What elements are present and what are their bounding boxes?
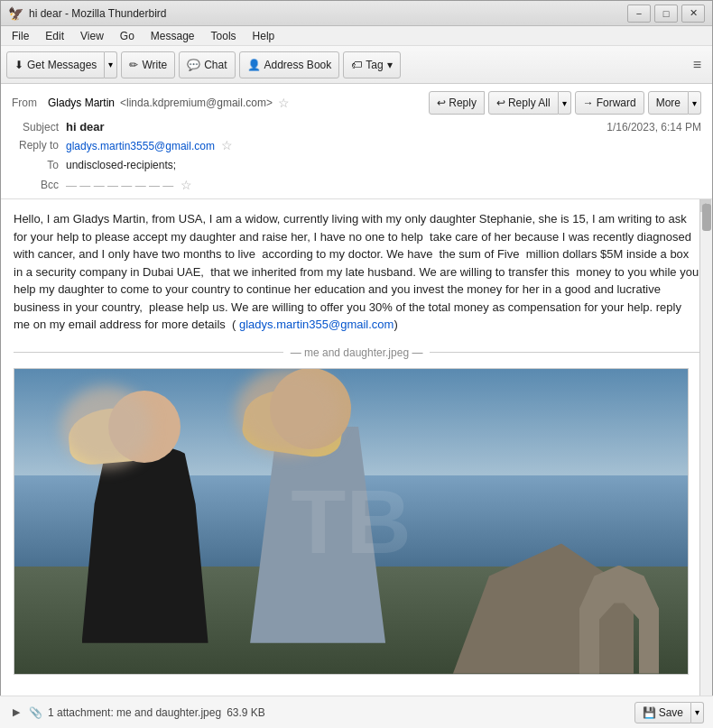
img-face-blur2 bbox=[236, 368, 340, 454]
minimize-button[interactable]: − bbox=[627, 5, 651, 23]
address-book-label: Address Book bbox=[264, 59, 332, 71]
subject-row: Subject hi dear 1/16/2023, 6:14 PM bbox=[1, 118, 712, 135]
get-messages-button[interactable]: ⬇ Get Messages bbox=[6, 51, 105, 78]
tag-dropdown-icon: ▾ bbox=[387, 59, 393, 71]
to-row: To undisclosed-recipients; bbox=[1, 155, 712, 175]
img-person1-body bbox=[82, 445, 208, 643]
save-icon: 💾 bbox=[643, 706, 656, 719]
reply-all-label: Reply All bbox=[508, 97, 551, 109]
bcc-value: — — — — — — — — ☆ bbox=[66, 178, 701, 192]
expand-arrow-icon[interactable]: ▶ bbox=[9, 705, 23, 720]
get-messages-label: Get Messages bbox=[27, 59, 97, 71]
from-star-icon[interactable]: ☆ bbox=[278, 96, 290, 110]
window-title: hi dear - Mozilla Thunderbird bbox=[29, 7, 167, 20]
write-button[interactable]: ✏ Write bbox=[121, 51, 175, 78]
reply-button[interactable]: ↩ Reply bbox=[429, 91, 485, 115]
tag-button[interactable]: 🏷 Tag ▾ bbox=[343, 51, 400, 78]
email-body-link[interactable]: gladys.martin355@gmail.com bbox=[239, 318, 394, 331]
attachment-bar: ▶ 📎 1 attachment: me and daughter.jpeg 6… bbox=[0, 696, 713, 728]
more-dropdown-button[interactable]: ▾ bbox=[689, 91, 701, 115]
subject-label: Subject bbox=[12, 121, 66, 134]
bcc-row: Bcc — — — — — — — — ☆ bbox=[1, 175, 712, 195]
email-body[interactable]: Hello, I am Gladys Martin, from USA, I a… bbox=[1, 199, 712, 728]
save-button[interactable]: 💾 Save bbox=[634, 702, 691, 723]
menu-go[interactable]: Go bbox=[113, 28, 142, 44]
attachment-count-text: 1 attachment: me and daughter.jpeg bbox=[48, 706, 221, 719]
menu-message[interactable]: Message bbox=[144, 28, 202, 44]
attachment-size-text: 63.9 KB bbox=[227, 706, 265, 719]
img-face-blur1 bbox=[61, 386, 152, 467]
close-button[interactable]: ✕ bbox=[681, 5, 705, 23]
bcc-star-icon[interactable]: ☆ bbox=[181, 178, 192, 192]
reply-to-email-link[interactable]: gladys.martin3555@gmail.com bbox=[66, 140, 215, 152]
forward-icon: → bbox=[583, 97, 594, 109]
reply-to-star-icon[interactable]: ☆ bbox=[221, 138, 233, 152]
chat-button[interactable]: 💬 Chat bbox=[179, 51, 235, 78]
menu-view[interactable]: View bbox=[73, 28, 111, 44]
titlebar: 🦅 hi dear - Mozilla Thunderbird − □ ✕ bbox=[1, 1, 712, 26]
reply-to-row: Reply to gladys.martin3555@gmail.com ☆ bbox=[1, 135, 712, 155]
app-icon: 🦅 bbox=[8, 6, 23, 21]
email-attachment-image[interactable]: TB bbox=[14, 368, 689, 675]
write-icon: ✏ bbox=[129, 59, 138, 71]
maximize-button[interactable]: □ bbox=[654, 5, 678, 23]
address-book-button[interactable]: 👤 Address Book bbox=[239, 51, 340, 78]
tag-label: Tag bbox=[366, 59, 383, 71]
from-label: From bbox=[12, 97, 42, 109]
email-header: From Gladys Martin <linda.kdpremium@gmai… bbox=[1, 84, 712, 199]
to-label: To bbox=[12, 159, 66, 171]
reply-all-icon: ↩ bbox=[496, 97, 505, 109]
reply-to-label: Reply to bbox=[12, 139, 66, 152]
forward-button[interactable]: → Forward bbox=[575, 91, 644, 115]
reply-all-button[interactable]: ↩ Reply All bbox=[488, 91, 559, 115]
save-dropdown-button[interactable]: ▾ bbox=[691, 702, 704, 723]
toolbar: ⬇ Get Messages ▾ ✏ Write 💬 Chat 👤 Addres… bbox=[1, 46, 712, 84]
forward-label: Forward bbox=[597, 97, 636, 109]
menu-file[interactable]: File bbox=[5, 28, 36, 44]
save-label: Save bbox=[659, 706, 683, 719]
chat-icon: 💬 bbox=[187, 59, 200, 71]
from-email: <linda.kdpremium@gmail.com> bbox=[120, 97, 273, 109]
window-controls: − □ ✕ bbox=[627, 5, 705, 23]
chat-label: Chat bbox=[204, 59, 227, 71]
toolbar-menu-icon[interactable]: ≡ bbox=[688, 53, 707, 77]
from-name: Gladys Martin bbox=[48, 97, 115, 109]
tag-icon: 🏷 bbox=[351, 59, 362, 71]
header-action-buttons: ↩ Reply ↩ Reply All ▾ → Forward More ▾ bbox=[429, 91, 701, 115]
write-label: Write bbox=[142, 59, 167, 71]
scrollbar[interactable]: ▲ ▼ bbox=[699, 199, 712, 728]
get-messages-dropdown-button[interactable]: ▾ bbox=[105, 51, 117, 78]
subject-value: hi dear bbox=[66, 120, 105, 134]
reply-all-dropdown-button[interactable]: ▾ bbox=[559, 91, 571, 115]
email-body-text: Hello, I am Gladys Martin, from USA, I a… bbox=[14, 210, 699, 334]
menu-tools[interactable]: Tools bbox=[204, 28, 244, 44]
bcc-label: Bcc bbox=[12, 179, 66, 191]
address-book-icon: 👤 bbox=[247, 59, 261, 71]
attachment-separator: — me and daughter.jpeg — bbox=[14, 345, 699, 361]
reply-icon: ↩ bbox=[437, 97, 446, 109]
scroll-thumb[interactable] bbox=[702, 204, 711, 231]
menu-edit[interactable]: Edit bbox=[38, 28, 71, 44]
paperclip-icon: 📎 bbox=[29, 706, 42, 719]
bcc-address: — — — — — — — — bbox=[66, 180, 173, 192]
to-value: undisclosed-recipients; bbox=[66, 159, 701, 171]
menu-help[interactable]: Help bbox=[245, 28, 282, 44]
menubar: File Edit View Go Message Tools Help bbox=[1, 26, 712, 46]
from-row: From Gladys Martin <linda.kdpremium@gmai… bbox=[1, 88, 712, 118]
reply-to-value: gladys.martin3555@gmail.com ☆ bbox=[66, 138, 701, 152]
get-messages-icon: ⬇ bbox=[14, 59, 23, 71]
date-value: 1/16/2023, 6:14 PM bbox=[607, 121, 701, 134]
more-button[interactable]: More bbox=[648, 91, 689, 115]
more-label: More bbox=[656, 97, 681, 109]
attachment-separator-text: — me and daughter.jpeg — bbox=[291, 345, 423, 361]
reply-label: Reply bbox=[449, 97, 477, 109]
